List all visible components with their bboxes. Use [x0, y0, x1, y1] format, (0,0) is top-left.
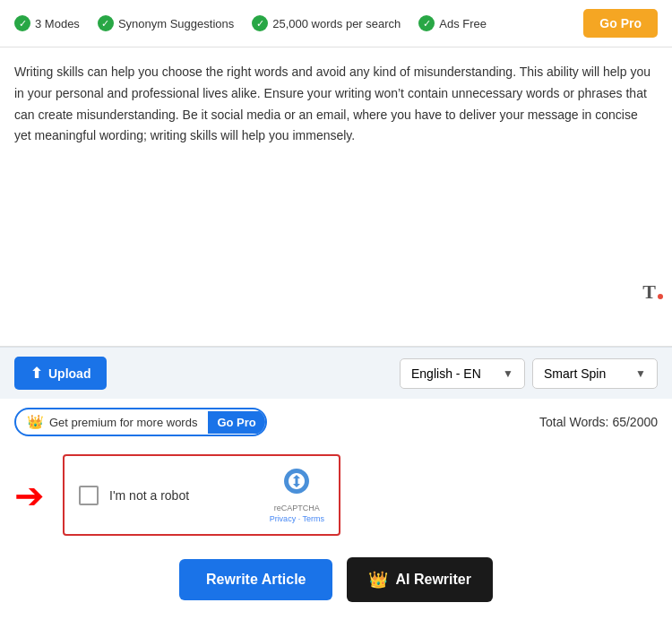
select-container: English - EN ▼ Smart Spin ▼: [400, 358, 658, 389]
chevron-down-icon-lang: ▼: [503, 367, 513, 380]
captcha-right: reCAPTCHA Privacy · Terms: [270, 467, 324, 523]
premium-badge: 👑 Get premium for more words Go Pro: [14, 408, 267, 436]
crown-icon: 👑: [27, 414, 44, 430]
upload-button[interactable]: ⬆ Upload: [14, 357, 107, 390]
captcha-area: ➔ I'm not a robot reCAPTCHA Privacy · Te…: [0, 445, 672, 545]
arrow-icon: ➔: [14, 478, 45, 513]
check-icon-ads: ✓: [418, 15, 435, 31]
feature-words-label: 25,000 words per search: [272, 17, 401, 30]
check-icon-modes: ✓: [14, 15, 30, 31]
ai-crown-icon: 👑: [368, 570, 388, 590]
recaptcha-logo: [282, 467, 311, 502]
bottom-toolbar: ⬆ Upload English - EN ▼ Smart Spin ▼: [0, 347, 672, 399]
feature-ads: ✓ Ads Free: [418, 15, 487, 31]
chevron-down-icon-mode: ▼: [635, 367, 646, 380]
premium-text: 👑 Get premium for more words: [16, 409, 208, 435]
check-icon-words: ✓: [252, 15, 268, 31]
total-words: Total Words: 65/2000: [539, 415, 658, 429]
go-pro-small-button[interactable]: Go Pro: [208, 411, 264, 434]
mode-label: Smart Spin: [544, 366, 606, 381]
premium-text-label: Get premium for more words: [49, 416, 197, 429]
main-content: Writing skills can help you choose the r…: [0, 47, 672, 347]
rewrite-article-button[interactable]: Rewrite Article: [179, 559, 332, 600]
check-icon-synonym: ✓: [98, 15, 114, 31]
upload-label: Upload: [48, 366, 90, 381]
ai-rewriter-label: AI Rewriter: [395, 572, 470, 588]
captcha-label: I'm not a robot: [109, 488, 189, 503]
feature-ads-label: Ads Free: [439, 17, 487, 30]
recaptcha-text: reCAPTCHA: [274, 504, 320, 512]
captcha-left: I'm not a robot: [79, 486, 189, 505]
feature-synonym: ✓ Synonym Suggestions: [98, 15, 234, 31]
top-bar: ✓ 3 Modes ✓ Synonym Suggestions ✓ 25,000…: [0, 0, 672, 47]
upload-icon: ⬆: [30, 365, 42, 382]
language-dropdown[interactable]: English - EN ▼: [400, 358, 525, 389]
text-area-container[interactable]: Writing skills can help you choose the r…: [0, 47, 672, 316]
language-label: English - EN: [411, 366, 481, 381]
captcha-box[interactable]: I'm not a robot reCAPTCHA Privacy · Term…: [63, 454, 340, 536]
privacy-link[interactable]: Privacy: [270, 514, 297, 523]
captcha-checkbox[interactable]: [79, 486, 99, 505]
feature-synonym-label: Synonym Suggestions: [118, 17, 234, 30]
article-text: Writing skills can help you choose the r…: [14, 62, 658, 147]
typography-icon: T: [642, 276, 656, 307]
font-dot: [658, 294, 663, 299]
feature-modes: ✓ 3 Modes: [14, 15, 80, 31]
terms-link[interactable]: Terms: [303, 514, 325, 523]
premium-bar: 👑 Get premium for more words Go Pro Tota…: [0, 399, 672, 445]
recaptcha-links: Privacy · Terms: [270, 514, 324, 523]
font-icon: T: [642, 276, 663, 307]
mode-dropdown[interactable]: Smart Spin ▼: [532, 358, 658, 389]
ai-rewriter-button[interactable]: 👑 AI Rewriter: [347, 557, 492, 602]
action-buttons: Rewrite Article 👑 AI Rewriter: [0, 545, 672, 620]
feature-words: ✓ 25,000 words per search: [252, 15, 401, 31]
go-pro-button[interactable]: Go Pro: [583, 9, 658, 38]
feature-modes-label: 3 Modes: [35, 17, 80, 30]
